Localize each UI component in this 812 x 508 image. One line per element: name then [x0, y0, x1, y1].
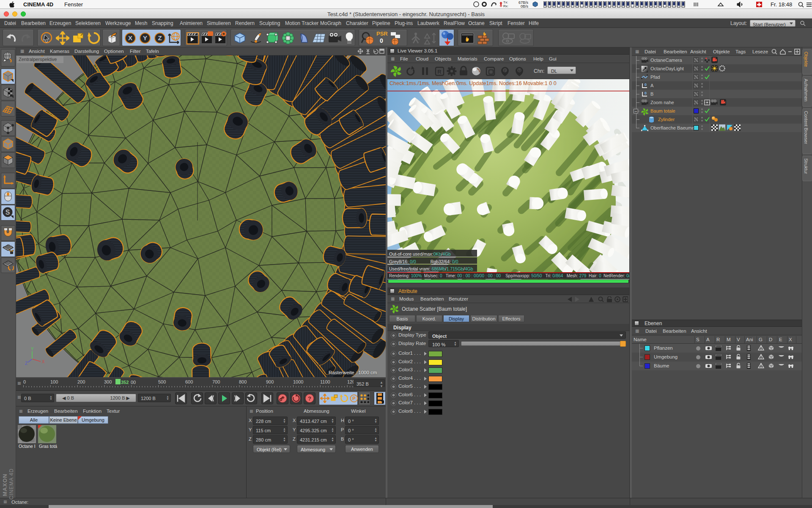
- svg-text:100: 100: [50, 379, 58, 384]
- svg-text:1000: 1000: [293, 379, 303, 384]
- svg-text:M: M: [518, 69, 521, 73]
- svg-text:F: F: [504, 69, 506, 73]
- svg-text:Check:1ms./1ms. MeshGen:0ms. U: Check:1ms./1ms. MeshGen:0ms. Update1ms. …: [390, 80, 557, 86]
- svg-text:X: X: [42, 359, 45, 364]
- svg-text:Y: Y: [143, 34, 147, 41]
- svg-text:Y: Y: [31, 347, 34, 351]
- svg-text:0: 0: [645, 91, 647, 95]
- svg-text:0: 0: [23, 379, 26, 384]
- svg-text:P: P: [352, 396, 355, 401]
- svg-text:300: 300: [104, 379, 112, 384]
- svg-text:200: 200: [77, 379, 85, 384]
- svg-text:0: 0: [645, 83, 647, 87]
- svg-text:700: 700: [212, 379, 220, 384]
- svg-text:1100: 1100: [320, 379, 330, 384]
- svg-text:Z: Z: [25, 361, 27, 366]
- svg-text:S: S: [5, 209, 10, 216]
- svg-text:R: R: [437, 69, 442, 75]
- svg-text:?: ?: [308, 395, 311, 402]
- svg-text:Z: Z: [158, 34, 162, 41]
- svg-text:500: 500: [158, 379, 166, 384]
- svg-text:900: 900: [266, 379, 274, 384]
- svg-text:X: X: [128, 34, 132, 41]
- svg-text:600: 600: [185, 379, 193, 384]
- svg-text:800: 800: [239, 379, 247, 384]
